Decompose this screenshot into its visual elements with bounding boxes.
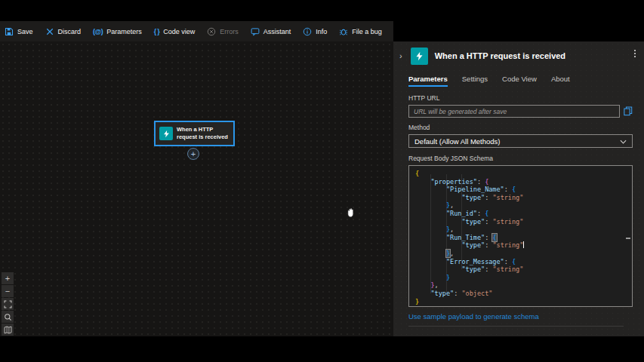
save-icon (5, 27, 14, 36)
collapse-panel-chevron-icon[interactable]: › (399, 51, 402, 60)
http-request-icon (411, 48, 428, 65)
more-options-icon[interactable] (632, 48, 638, 60)
text-caret (523, 241, 524, 248)
tab-settings[interactable]: Settings (462, 75, 488, 87)
discard-icon (45, 27, 54, 36)
panel-divider (408, 326, 624, 327)
toolbar-discard-button[interactable]: Discard (45, 27, 82, 36)
method-label: Method (408, 124, 633, 131)
parameters-icon: (@) (93, 28, 103, 35)
toolbar-spacer (393, 21, 644, 41)
method-selected-value: Default (Allow All Methods) (414, 137, 620, 146)
panel-tabs: ParametersSettingsCode ViewAbout (408, 75, 570, 87)
tab-about[interactable]: About (551, 75, 570, 87)
toolbar-button-label: Code view (163, 28, 195, 35)
code-view-icon: { } (154, 28, 159, 35)
chevron-down-icon (620, 137, 627, 146)
zoom-in-button[interactable]: + (2, 272, 14, 284)
panel-body: HTTP URL Method Default (Allow All Metho… (408, 94, 633, 321)
bottom-strip (0, 336, 644, 362)
canvas-zoom-controls: +− (2, 272, 14, 336)
toolbar-button-label: Info (316, 28, 327, 35)
toolbar-button-label: Errors (220, 28, 239, 35)
toolbar-parameters-button[interactable]: (@)Parameters (93, 28, 142, 35)
logic-app-designer: SaveDiscard(@)Parameters{ }Code viewErro… (0, 0, 644, 362)
add-step-button[interactable]: + (187, 148, 199, 160)
trigger-card-http-request[interactable]: When a HTTP request is received (154, 121, 235, 146)
panel-header: › When a HTTP request is received (393, 41, 644, 70)
toolbar-file-a-bug-button[interactable]: File a bug (339, 27, 382, 36)
browser-chrome-strip (0, 0, 644, 21)
tab-parameters[interactable]: Parameters (408, 75, 448, 87)
toolbar-button-label: Discard (58, 28, 82, 35)
designer-canvas[interactable]: When a HTTP request is received + +− (0, 41, 393, 336)
minimap-button[interactable] (2, 324, 14, 336)
schema-label: Request Body JSON Schema (408, 155, 633, 162)
assistant-icon (251, 27, 260, 36)
http-url-input[interactable] (408, 105, 620, 118)
toolbar: SaveDiscard(@)Parameters{ }Code viewErro… (0, 21, 393, 41)
copy-url-icon[interactable] (624, 106, 633, 116)
panel-title: When a HTTP request is received (435, 51, 565, 60)
toolbar-button-label: File a bug (352, 28, 382, 35)
hand-cursor (346, 207, 356, 222)
bug-icon (339, 27, 348, 36)
trigger-card-title: When a HTTP request is received (177, 126, 230, 141)
toolbar-button-label: Save (17, 28, 33, 35)
toolbar-info-button[interactable]: Info (303, 27, 327, 36)
toolbar-save-button[interactable]: Save (5, 27, 33, 36)
http-url-label: HTTP URL (408, 94, 633, 102)
tab-code-view[interactable]: Code View (502, 75, 537, 87)
errors-icon (207, 27, 216, 36)
fit-view-button[interactable] (2, 298, 14, 310)
toolbar-code-view-button[interactable]: { }Code view (154, 28, 195, 35)
trigger-details-panel: › When a HTTP request is received Parame… (393, 41, 644, 336)
zoom-out-button[interactable]: − (2, 285, 14, 297)
cursor-position-marker (626, 238, 630, 239)
toolbar-assistant-button[interactable]: Assistant (251, 27, 291, 36)
method-select[interactable]: Default (Allow All Methods) (408, 134, 633, 148)
schema-editor[interactable]: { "properties": { "Pipeline_Name": { "ty… (408, 165, 633, 307)
main-area: When a HTTP request is received + +− › W… (0, 41, 644, 336)
toolbar-errors-button: Errors (207, 27, 239, 36)
toolbar-button-label: Parameters (106, 28, 142, 35)
schema-editor-code[interactable]: { "properties": { "Pipeline_Name": { "ty… (415, 170, 632, 305)
toolbar-button-label: Assistant (263, 28, 291, 35)
info-icon (303, 27, 312, 36)
search-button[interactable] (2, 311, 14, 323)
sample-payload-link[interactable]: Use sample payload to generate schema (408, 312, 633, 321)
http-request-icon (159, 127, 173, 140)
